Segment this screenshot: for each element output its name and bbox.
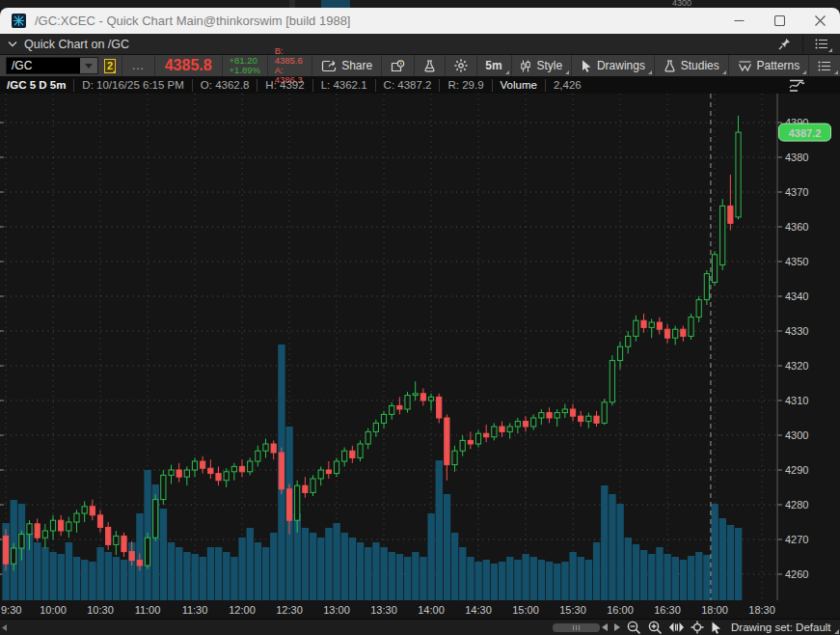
symbol-period-label: /GC 5 D 5m xyxy=(7,79,66,91)
patterns-button[interactable]: Patterns xyxy=(729,55,809,76)
resize-corner xyxy=(834,629,839,634)
price-change: +81.20 +1.89% xyxy=(222,55,267,76)
app-window: /GC:XCEC - Quick Chart Main@thinkorswim … xyxy=(0,8,840,635)
svg-text:12:30: 12:30 xyxy=(276,604,303,616)
candlestick-icon xyxy=(520,60,531,72)
status-bar: Drawing set: Default xyxy=(0,619,840,635)
panel-menu-button[interactable] xyxy=(809,34,834,54)
chart-menu-button[interactable] xyxy=(809,55,840,76)
svg-text:9:30: 9:30 xyxy=(1,604,21,616)
chevron-down-icon[interactable] xyxy=(8,41,17,47)
chart-scrollbar-thumb[interactable] xyxy=(553,623,600,632)
minimize-button[interactable] xyxy=(718,8,759,34)
symbol-input[interactable]: /GC xyxy=(6,57,98,74)
svg-text:16:00: 16:00 xyxy=(607,604,634,616)
pin-button[interactable] xyxy=(772,34,797,54)
zoom-in-button[interactable] xyxy=(648,621,663,635)
share-label: Share xyxy=(341,59,372,72)
svg-text:11:00: 11:00 xyxy=(135,604,161,616)
bar-close: C: 4387.2 xyxy=(384,79,432,91)
bid-ask: B: 4385.6 A: 4386.3 xyxy=(268,55,312,76)
analyze-button[interactable] xyxy=(415,55,445,76)
scroll-right-button[interactable] xyxy=(614,623,620,631)
scroll-left-button[interactable] xyxy=(602,623,608,631)
calendar-clock-icon xyxy=(391,60,405,72)
bar-range: R: 29.9 xyxy=(447,79,483,91)
bid-price: B: 4385.6 xyxy=(275,46,306,66)
timeframe-button[interactable]: 5m xyxy=(476,55,510,76)
svg-text:15:30: 15:30 xyxy=(559,604,586,616)
maximize-button[interactable] xyxy=(759,8,799,34)
panel-title: Quick Chart on /GC xyxy=(24,38,129,51)
background-fragment xyxy=(321,0,350,8)
svg-text:14:00: 14:00 xyxy=(418,604,445,616)
close-icon xyxy=(815,15,826,26)
app-icon xyxy=(12,14,26,28)
divider xyxy=(802,34,803,54)
change-percent: +1.89% xyxy=(229,66,260,75)
panel-header: Quick Chart on /GC xyxy=(0,34,840,55)
bar-low: L: 4362.1 xyxy=(321,79,367,91)
bar-datetime: D: 10/16/25 6:15 PM xyxy=(82,79,183,91)
volume-label: Volume xyxy=(501,79,537,91)
svg-text:4260: 4260 xyxy=(785,568,808,580)
zoom-out-button[interactable] xyxy=(627,621,641,635)
svg-text:10:30: 10:30 xyxy=(87,604,114,616)
cursor-tool-button[interactable] xyxy=(711,621,721,634)
drawings-label: Drawings xyxy=(597,59,645,72)
window-title: /GC:XCEC - Quick Chart Main@thinkorswim … xyxy=(35,14,350,28)
volume-value: 2,426 xyxy=(554,79,582,91)
studies-label: Studies xyxy=(681,59,719,72)
drawing-set-selector[interactable]: Drawing set: Default xyxy=(731,621,831,633)
close-button[interactable] xyxy=(799,8,840,34)
timeframe-label: 5m xyxy=(485,59,501,72)
svg-text:13:00: 13:00 xyxy=(323,604,350,616)
chart-toolbar: /GC 2 ... 4385.8 +81.20 +1.89% B: 4385.6… xyxy=(0,55,840,76)
background-window-strip: 4300 xyxy=(0,0,840,8)
studies-button[interactable]: Studies xyxy=(655,55,728,76)
svg-text:4380: 4380 xyxy=(785,152,808,163)
svg-text:12:00: 12:00 xyxy=(229,604,256,616)
last-price: 4385.8 xyxy=(155,55,222,76)
svg-text:4370: 4370 xyxy=(785,186,808,198)
svg-text:4280: 4280 xyxy=(785,499,808,511)
background-fragment xyxy=(289,0,295,8)
svg-text:13:30: 13:30 xyxy=(370,604,397,616)
patterns-label: Patterns xyxy=(757,59,800,72)
symbol-dropdown-button[interactable] xyxy=(80,58,97,73)
price-chart[interactable]: 4260427042804290430043104320433043404350… xyxy=(0,94,840,619)
svg-text:4270: 4270 xyxy=(785,534,808,545)
svg-text:4310: 4310 xyxy=(785,395,808,406)
svg-text:14:30: 14:30 xyxy=(465,604,492,616)
more-button[interactable]: ... xyxy=(122,55,154,76)
svg-text:4290: 4290 xyxy=(785,464,808,476)
watchlist-badge[interactable]: 2 xyxy=(104,59,116,73)
scroll-left-edge-icon[interactable] xyxy=(2,624,7,631)
fit-width-button[interactable] xyxy=(669,622,684,632)
svg-text:4387.2: 4387.2 xyxy=(789,127,822,139)
share-icon xyxy=(321,60,337,72)
style-label: Style xyxy=(536,59,562,72)
svg-text:4340: 4340 xyxy=(785,290,808,302)
minimize-icon xyxy=(734,15,745,26)
share-button[interactable]: Share xyxy=(312,55,381,76)
svg-text:16:30: 16:30 xyxy=(654,604,681,616)
drawings-button[interactable]: Drawings xyxy=(572,55,654,76)
bar-high: H: 4392 xyxy=(265,79,304,91)
settings-button[interactable] xyxy=(446,55,476,76)
crosshair-button[interactable] xyxy=(691,621,704,634)
svg-text:11:30: 11:30 xyxy=(182,604,208,616)
events-calendar-button[interactable] xyxy=(382,55,414,76)
list-icon xyxy=(818,61,831,71)
flask-icon xyxy=(423,60,436,72)
bar-open: O: 4362.8 xyxy=(201,79,250,91)
chart-actions-icon[interactable] xyxy=(788,78,807,92)
pattern-icon xyxy=(738,60,752,72)
svg-text:4320: 4320 xyxy=(785,360,808,372)
svg-text:18:00: 18:00 xyxy=(701,604,728,616)
svg-text:10:00: 10:00 xyxy=(40,604,67,616)
style-button[interactable]: Style xyxy=(511,55,571,76)
svg-text:4350: 4350 xyxy=(785,256,808,267)
flask-icon xyxy=(664,60,676,72)
gear-icon xyxy=(454,59,468,72)
